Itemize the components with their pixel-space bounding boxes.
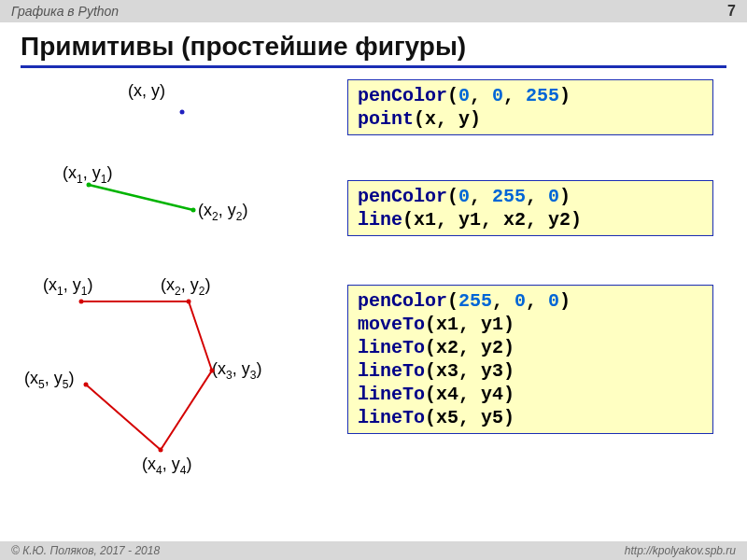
svg-point-4 [79,300,84,304]
slide-header: Графика в Python 7 [0,0,747,22]
line-graphic [86,182,207,219]
svg-point-3 [191,208,196,213]
slide-content: (x, y) penColor(0, 0, 255) point(x, y) (… [21,72,726,539]
footer-url: http://kpolyakov.spb.ru [625,544,736,557]
header-title: Графика в Python [11,4,119,19]
footer-copyright: © К.Ю. Поляков, 2017 - 2018 [11,544,160,557]
label-p2: (x2, y2) [161,275,210,298]
slide-title: Примитивы (простейшие фигуры) [21,32,726,68]
svg-point-0 [180,110,185,115]
label-xy: (x, y) [128,81,165,101]
code-block-point: penColor(0, 0, 255) point(x, y) [347,79,713,135]
svg-point-7 [159,448,163,453]
code-block-line: penColor(0, 255, 0) line(x1, y1, x2, y2) [347,180,713,236]
svg-line-1 [89,185,193,210]
code-block-polyline: penColor(255, 0, 0) moveTo(x1, y1) lineT… [347,285,713,434]
slide-footer: © К.Ю. Поляков, 2017 - 2018 http://kpoly… [0,541,747,560]
label-p1: (x1, y1) [43,275,92,298]
polyline-graphic [67,296,254,464]
svg-point-8 [84,383,89,387]
svg-point-2 [87,183,92,188]
page-number: 7 [727,3,736,20]
svg-point-6 [210,369,215,373]
point-graphic [179,109,189,119]
svg-point-5 [187,300,191,304]
